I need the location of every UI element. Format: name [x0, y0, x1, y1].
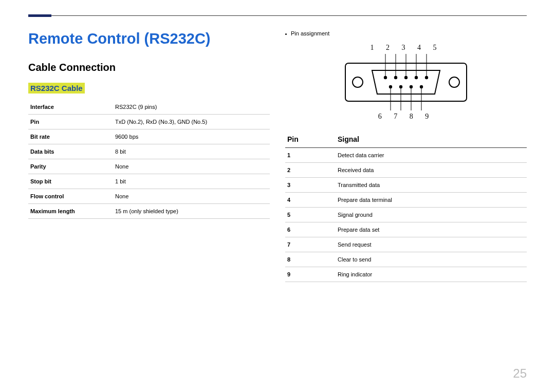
- pin-num: 4: [285, 193, 336, 208]
- pin-signal: Transmitted data: [336, 178, 527, 193]
- column-right: Pin assignment 1 2 3 4 5: [285, 30, 527, 282]
- table-row: 3Transmitted data: [285, 178, 527, 193]
- header-rule: [28, 15, 527, 16]
- table-row: ParityNone: [28, 159, 270, 174]
- page-title: Remote Control (RS232C): [28, 30, 270, 47]
- pin-num: 2: [285, 163, 336, 178]
- table-row: Stop bit1 bit: [28, 174, 270, 189]
- pin-signal: Prepare data set: [336, 222, 527, 237]
- table-row: 8Clear to send: [285, 252, 527, 267]
- bullet-text: Pin assignment: [291, 30, 329, 36]
- db9-connector-icon: [344, 54, 468, 110]
- pin-signal: Ring indicator: [336, 267, 527, 282]
- bullet-icon: [285, 33, 287, 35]
- pin-signal: Signal ground: [336, 208, 527, 222]
- pin-signal: Clear to send: [336, 252, 527, 267]
- subsection-title: Cable Connection: [28, 62, 270, 73]
- page-content: Remote Control (RS232C) Cable Connection…: [28, 30, 527, 282]
- table-row: 1Detect data carrier: [285, 148, 527, 163]
- spec-label: Parity: [28, 159, 113, 174]
- spec-label: Stop bit: [28, 174, 113, 189]
- pin-signal: Prepare data terminal: [336, 193, 527, 208]
- spec-label: Pin: [28, 115, 113, 129]
- pin-num: 3: [285, 178, 336, 193]
- spec-label: Maximum length: [28, 204, 113, 219]
- highlighted-subtitle: RS232C Cable: [28, 83, 85, 94]
- table-row: PinTxD (No.2), RxD (No.3), GND (No.5): [28, 115, 270, 129]
- signal-header-pin: Pin: [285, 132, 336, 148]
- spec-value: TxD (No.2), RxD (No.3), GND (No.5): [113, 115, 270, 129]
- spec-value: None: [113, 159, 270, 174]
- pin-signal: Detect data carrier: [336, 148, 527, 163]
- spec-value: 8 bit: [113, 144, 270, 159]
- signal-table: Pin Signal 1Detect data carrier 2Receive…: [285, 132, 527, 282]
- table-row: 4Prepare data terminal: [285, 193, 527, 208]
- table-row: InterfaceRS232C (9 pins): [28, 100, 270, 115]
- pin-signal: Send request: [336, 237, 527, 252]
- table-row: 5Signal ground: [285, 208, 527, 222]
- pin-num: 7: [285, 237, 336, 252]
- spec-label: Bit rate: [28, 129, 113, 144]
- table-row: Bit rate9600 bps: [28, 129, 270, 144]
- connector-diagram: 1 2 3 4 5: [285, 44, 527, 121]
- pin-numbers-top: 1 2 3 4 5: [344, 44, 468, 52]
- bullet-pin-assignment: Pin assignment: [285, 30, 527, 36]
- pin-num: 9: [285, 267, 336, 282]
- table-row: Flow controlNone: [28, 189, 270, 204]
- spec-label: Interface: [28, 100, 113, 115]
- spec-label: Data bits: [28, 144, 113, 159]
- table-row: Maximum length15 m (only shielded type): [28, 204, 270, 219]
- spec-value: 15 m (only shielded type): [113, 204, 270, 219]
- pin-num: 6: [285, 222, 336, 237]
- table-row: Data bits8 bit: [28, 144, 270, 159]
- page-number: 25: [513, 366, 527, 381]
- table-row: 2Received data: [285, 163, 527, 178]
- column-left: Remote Control (RS232C) Cable Connection…: [28, 30, 270, 282]
- table-row: 9Ring indicator: [285, 267, 527, 282]
- pin-num: 5: [285, 208, 336, 222]
- spec-value: 9600 bps: [113, 129, 270, 144]
- spec-value: 1 bit: [113, 174, 270, 189]
- table-row: 6Prepare data set: [285, 222, 527, 237]
- spec-value: RS232C (9 pins): [113, 100, 270, 115]
- pin-numbers-bottom: 6 7 8 9: [344, 113, 468, 121]
- table-row: 7Send request: [285, 237, 527, 252]
- pin-num: 8: [285, 252, 336, 267]
- spec-value: None: [113, 189, 270, 204]
- svg-point-2: [449, 77, 459, 87]
- spec-label: Flow control: [28, 189, 113, 204]
- spec-table: InterfaceRS232C (9 pins) PinTxD (No.2), …: [28, 100, 270, 219]
- header-accent-bar: [28, 14, 51, 17]
- signal-header-signal: Signal: [336, 132, 527, 148]
- pin-signal: Received data: [336, 163, 527, 178]
- svg-point-1: [353, 77, 363, 87]
- pin-num: 1: [285, 148, 336, 163]
